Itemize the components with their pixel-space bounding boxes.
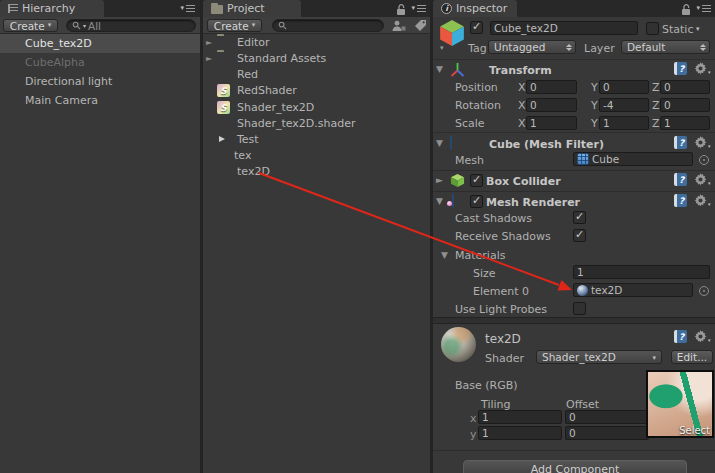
gameobject-name-field[interactable]: Cube_tex2D [490, 21, 638, 35]
material-preview-sphere[interactable] [441, 327, 476, 362]
shader-dropdown[interactable]: Shader_tex2D ▾ [536, 350, 662, 364]
offset-y-field[interactable]: 0 [565, 426, 649, 440]
mesh-icon [577, 153, 589, 165]
position-z-field[interactable]: 0 [660, 80, 710, 94]
lock-icon[interactable] [396, 3, 406, 16]
foldout-closed-icon[interactable]: ► [206, 39, 212, 47]
tag-dropdown[interactable]: Untagged [488, 40, 576, 54]
gear-menu-icon[interactable]: ▾ [694, 330, 711, 343]
hierarchy-create-button[interactable]: Create ▾ [3, 19, 58, 32]
shader-edit-button[interactable]: Edit... [671, 350, 713, 364]
rotation-z-field[interactable]: 0 [660, 98, 710, 112]
tiling-x-field[interactable]: 1 [478, 410, 562, 424]
gear-menu-icon[interactable]: ▾ [694, 136, 711, 149]
hierarchy-toolbar: Create ▾ ▾ All [0, 17, 200, 34]
hierarchy-item-cube-tex2d[interactable]: Cube_tex2D [0, 34, 200, 53]
gameobject-active-checkbox[interactable] [470, 21, 483, 34]
hierarchy-item-cubealpha[interactable]: CubeAlpha [0, 53, 200, 72]
project-panel: Project ▾ Create ▾ [203, 0, 430, 473]
tiling-y-field[interactable]: 1 [478, 426, 562, 440]
texture-select-label[interactable]: Select [679, 425, 710, 436]
project-item-editor[interactable]: ► Editor [203, 35, 430, 51]
add-component-button[interactable]: Add Component [463, 460, 687, 473]
mesh-renderer-enabled-checkbox[interactable] [470, 195, 483, 208]
materials-label: Materials [455, 249, 505, 262]
help-icon[interactable]: ? [674, 136, 687, 149]
project-item-tex[interactable]: tex [203, 148, 430, 164]
tab-project-label: Project [227, 2, 265, 15]
tab-hierarchy[interactable]: Hierarchy [0, 0, 104, 17]
box-collider-enabled-checkbox[interactable] [470, 174, 483, 187]
use-light-probes-checkbox[interactable] [573, 302, 586, 315]
rotation-y-field[interactable]: -4 [599, 98, 649, 112]
project-panel-menu-icon[interactable]: ▾ [411, 5, 426, 12]
mesh-object-field[interactable]: Cube [573, 152, 693, 166]
material-name: tex2D [485, 332, 521, 346]
transform-foldout-icon[interactable]: ▼ [436, 65, 443, 74]
help-icon[interactable]: ? [674, 62, 687, 75]
gear-menu-icon[interactable]: ▾ [694, 62, 711, 75]
gear-menu-icon[interactable]: ▾ [694, 194, 711, 207]
project-create-button[interactable]: Create ▾ [207, 19, 262, 32]
project-item-redshader[interactable]: S RedShader [203, 83, 430, 99]
position-label: Position [455, 81, 498, 94]
cast-shadows-label: Cast Shadows [455, 212, 532, 225]
preview-caret-icon[interactable]: ▾ [440, 45, 444, 52]
project-item-shader-tex2d[interactable]: S Shader_tex2D [203, 100, 430, 116]
receive-shadows-label: Receive Shadows [455, 230, 551, 243]
static-caret-icon[interactable]: ▾ [696, 26, 700, 33]
hierarchy-search-input[interactable]: ▾ All [66, 19, 196, 32]
scale-z-field[interactable]: 1 [660, 116, 710, 130]
person-filter-icon[interactable] [392, 20, 406, 32]
box-collider-foldout-icon[interactable]: ► [436, 176, 443, 185]
hierarchy-tabbar: Hierarchy ▾ [0, 0, 200, 17]
project-tabbar: Project ▾ [203, 0, 430, 17]
offset-x-field[interactable]: 0 [565, 410, 649, 424]
help-icon[interactable]: ? [674, 330, 687, 343]
project-item-red[interactable]: Red [203, 67, 430, 83]
static-checkbox[interactable] [646, 22, 659, 35]
lock-icon[interactable] [681, 3, 691, 16]
foldout-closed-icon[interactable]: ► [206, 55, 212, 63]
project-item-tex2d[interactable]: tex2D [203, 164, 430, 180]
axis-y-label: Y [591, 99, 598, 112]
hierarchy-panel-menu-icon[interactable]: ▾ [180, 5, 195, 12]
inspector-panel-menu-icon[interactable]: ▾ [696, 5, 711, 12]
element0-object-field[interactable]: tex2D [573, 283, 693, 297]
project-item-standard-assets[interactable]: ► Standard Assets [203, 51, 430, 67]
element0-label: Element 0 [473, 285, 529, 298]
gear-menu-icon[interactable]: ▾ [694, 173, 711, 186]
object-picker-icon[interactable] [699, 286, 709, 296]
axis-x-label: X [518, 99, 526, 112]
base-texture-thumbnail[interactable]: Select [646, 370, 714, 438]
receive-shadows-checkbox[interactable] [573, 229, 586, 242]
object-picker-icon[interactable] [699, 155, 709, 165]
transform-title: Transform [489, 64, 552, 77]
mesh-renderer-icon [452, 193, 454, 208]
scale-y-field[interactable]: 1 [599, 116, 649, 130]
hierarchy-item-directional-light[interactable]: Directional light [0, 72, 200, 91]
gameobject-cube-icon[interactable] [438, 19, 466, 47]
layer-dropdown[interactable]: Default [621, 40, 710, 54]
help-icon[interactable]: ? [674, 173, 687, 186]
mesh-filter-foldout-icon[interactable]: ▼ [436, 139, 443, 148]
cast-shadows-checkbox[interactable] [573, 211, 586, 224]
position-x-field[interactable]: 0 [526, 80, 577, 94]
rotation-label: Rotation [455, 99, 501, 112]
scale-x-field[interactable]: 1 [526, 116, 577, 130]
materials-size-field[interactable]: 1 [573, 265, 710, 279]
tag-filter-icon[interactable] [414, 19, 427, 32]
materials-foldout-icon[interactable]: ▼ [441, 251, 448, 260]
mesh-renderer-foldout-icon[interactable]: ▼ [436, 197, 443, 206]
mesh-label: Mesh [455, 154, 484, 167]
project-item-test[interactable]: Test [203, 132, 430, 148]
project-item-shader-tex2d-file[interactable]: Shader_tex2D.shader [203, 116, 430, 132]
position-y-field[interactable]: 0 [599, 80, 649, 94]
help-icon[interactable]: ? [674, 194, 687, 207]
box-collider-icon [450, 173, 465, 188]
rotation-x-field[interactable]: 0 [526, 98, 577, 112]
hierarchy-item-main-camera[interactable]: Main Camera [0, 91, 200, 110]
tab-project[interactable]: Project [203, 0, 301, 17]
tab-inspector[interactable]: i Inspector [433, 0, 517, 17]
project-search-input[interactable] [272, 19, 384, 32]
